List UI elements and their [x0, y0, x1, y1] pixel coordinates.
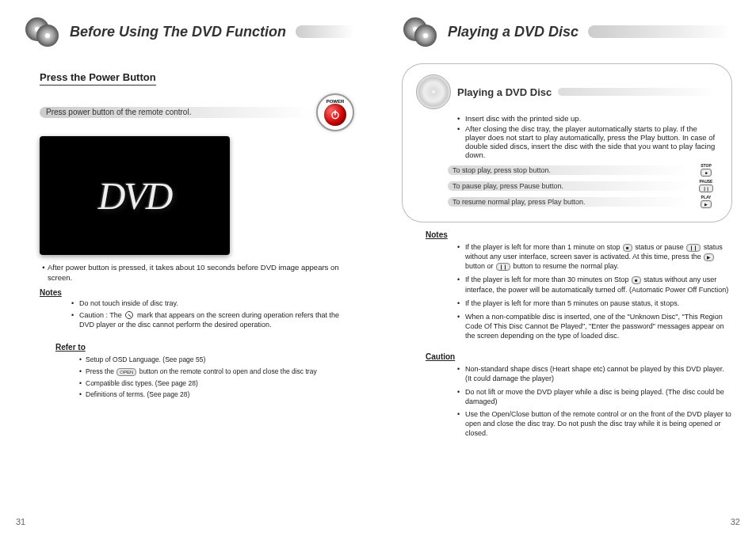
press-line: Press power button of the remote control…: [40, 93, 354, 131]
play-icon: ▶: [704, 253, 714, 261]
pause-btn-label: PAUSE: [700, 180, 713, 184]
playbox-fade: [558, 88, 718, 96]
box-point-1: Insert disc with the printed side up.: [465, 114, 718, 123]
warn-move: Do not lift or move the DVD player while…: [465, 387, 732, 406]
svg-point-9: [423, 33, 428, 38]
stop-label: To stop play, press stop button.: [448, 165, 689, 175]
rnote-screensaver: If the player is left for more than 1 mi…: [465, 242, 732, 271]
note-prohibit: Caution : The mark that appears on the s…: [79, 310, 354, 329]
left-column: Before Using The DVD Function Press the …: [0, 0, 378, 536]
right-page-number: 32: [731, 517, 740, 526]
pause-button[interactable]: ❙❙: [699, 184, 713, 192]
left-notes: •Do not touch inside of disc tray. •Caut…: [71, 298, 354, 329]
left-page-number: 31: [16, 517, 25, 526]
warn-shape: Non-standard shape discs (Heart shape et…: [465, 364, 732, 383]
right-notes-block: Notes •If the player is left for more th…: [426, 230, 732, 340]
pause-icon: ❙❙: [496, 263, 510, 271]
pause-icon: ❙❙: [686, 244, 701, 252]
prohibit-icon: [125, 311, 133, 319]
play-callout-box: Playing a DVD Disc •Insert disc with the…: [402, 63, 732, 222]
warn-tray: Use the Open/Close button of the remote …: [465, 409, 732, 438]
dual-disc-icon: [24, 16, 63, 48]
refer-list: •Setup of OSD Language. (See page 55) •P…: [79, 355, 354, 400]
header-fade-bar: [588, 25, 732, 38]
play-button[interactable]: ▶: [701, 200, 712, 208]
play-label: To resume normal play, press Play button…: [448, 197, 689, 207]
caution-label: Caution: [426, 352, 455, 361]
play-row: To resume normal play, press Play button…: [448, 196, 718, 208]
open-button-icon: OPEN: [116, 368, 136, 376]
left-title: Before Using The DVD Function: [70, 24, 286, 40]
stop-row: To stop play, press stop button. STOP■: [448, 164, 718, 177]
note-tray: Do not touch inside of disc tray.: [79, 298, 354, 308]
left-header: Before Using The DVD Function: [24, 16, 354, 48]
dvd-logo: DVD: [98, 174, 172, 218]
header-fade-bar: [296, 25, 354, 38]
stop-button[interactable]: ■: [701, 169, 711, 177]
refer-terms: Definitions of terms. (See page 28): [86, 390, 354, 400]
press-text: Press power button of the remote control…: [40, 107, 313, 118]
play-btn-label: PLAY: [701, 196, 712, 200]
refer-open: Press the OPEN button on the remote cont…: [86, 367, 354, 377]
refer-osd: Setup of OSD Language. (See page 55): [86, 355, 354, 365]
dvd-splash-frame: DVD: [40, 136, 230, 255]
cd-icon: [416, 74, 451, 109]
refer-compat: Compatible disc types. (See page 28): [86, 378, 354, 389]
caution-list: •Non-standard shape discs (Heart shape e…: [457, 364, 732, 438]
dual-disc-icon: [402, 16, 441, 48]
control-rows: To stop play, press stop button. STOP■ T…: [448, 164, 718, 208]
right-header: Playing a DVD Disc: [402, 16, 732, 48]
playbox-title: Playing a DVD Disc: [457, 86, 552, 98]
pause-row: To pause play, press Pause button. PAUSE…: [448, 180, 718, 192]
stop-icon: ■: [623, 244, 632, 252]
rnote-incompat: When a non-compatible disc is inserted, …: [465, 312, 732, 340]
stop-icon: ■: [632, 276, 641, 284]
pause-label: To pause play, press Pause button.: [448, 181, 689, 191]
rnote-autoff: If the player is left for more than 30 m…: [465, 275, 732, 294]
box-point-2: After closing the disc tray, the player …: [465, 124, 718, 159]
left-subheading: Press the Power Button: [40, 71, 156, 86]
power-button[interactable]: POWER: [316, 93, 354, 131]
note-splash: After power button is pressed, it takes …: [48, 263, 354, 283]
right-column: Playing a DVD Disc Playing a DVD Disc •I…: [378, 0, 756, 536]
left-main-note: •After power button is pressed, it takes…: [40, 263, 354, 283]
notes-label: Notes: [40, 288, 62, 297]
power-icon: [324, 104, 346, 126]
refer-label: Refer to: [55, 343, 86, 352]
rnote-pause: If the player is left for more than 5 mi…: [465, 298, 732, 308]
right-title: Playing a DVD Disc: [448, 24, 578, 40]
svg-point-3: [45, 33, 50, 38]
right-notes-label: Notes: [426, 230, 448, 239]
stop-btn-label: STOP: [701, 164, 712, 168]
